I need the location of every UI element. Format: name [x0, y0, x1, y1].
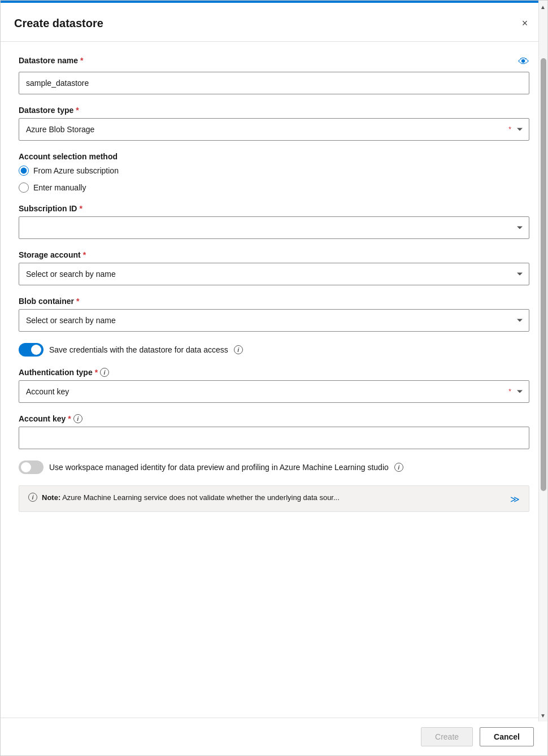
save-credentials-row: Save credentials with the datastore for …: [19, 343, 529, 357]
authentication-type-required: *: [95, 368, 98, 377]
storage-account-group: Storage account * Select or search by na…: [19, 250, 529, 285]
radio-from-azure[interactable]: From Azure subscription: [19, 166, 529, 176]
account-selection-label: Account selection method: [19, 152, 529, 161]
scrollbar-thumb[interactable]: [541, 58, 546, 491]
account-key-input[interactable]: [19, 427, 529, 449]
subscription-id-select-wrapper: [19, 216, 529, 239]
radio-enter-manually-label: Enter manually: [33, 183, 86, 192]
authentication-type-label: Authentication type * i: [19, 368, 529, 377]
scrollbar[interactable]: ▲ ▼: [538, 1, 547, 722]
datastore-name-label-row: Datastore name * 👁: [19, 55, 529, 68]
cancel-button[interactable]: Cancel: [480, 727, 534, 746]
save-credentials-label: Save credentials with the datastore for …: [49, 345, 228, 354]
account-key-label: Account key * i: [19, 414, 529, 423]
datastore-name-label: Datastore name *: [19, 56, 84, 65]
radio-enter-manually[interactable]: Enter manually: [19, 183, 529, 193]
create-datastore-dialog: Create datastore × Datastore name * 👁 Da…: [0, 0, 548, 756]
workspace-identity-info-icon[interactable]: i: [394, 463, 403, 472]
datastore-type-select[interactable]: Azure Blob Storage Azure Data Lake Stora…: [19, 118, 529, 141]
note-box: i Note: Azure Machine Learning service d…: [19, 485, 529, 512]
storage-account-select[interactable]: Select or search by name: [19, 263, 529, 285]
subscription-id-required: *: [79, 204, 82, 213]
datastore-name-input[interactable]: [19, 72, 529, 94]
radio-enter-manually-input[interactable]: [19, 183, 29, 193]
storage-account-label: Storage account *: [19, 250, 529, 259]
note-prefix: Note:: [42, 493, 60, 502]
dialog-body: Datastore name * 👁 Datastore type * Azur…: [1, 42, 547, 718]
account-key-info-icon[interactable]: i: [73, 414, 82, 423]
save-credentials-toggle[interactable]: [19, 343, 44, 357]
datastore-type-select-wrapper: Azure Blob Storage Azure Data Lake Stora…: [19, 118, 529, 141]
note-text: Note: Azure Machine Learning service doe…: [42, 493, 340, 503]
blob-container-select[interactable]: Select or search by name: [19, 309, 529, 332]
close-button[interactable]: ×: [516, 14, 534, 32]
save-credentials-info-icon[interactable]: i: [234, 345, 243, 354]
authentication-type-info-icon[interactable]: i: [100, 368, 109, 377]
subscription-id-group: Subscription ID *: [19, 204, 529, 239]
scroll-down-arrow[interactable]: ▼: [539, 711, 547, 719]
datastore-type-label: Datastore type *: [19, 106, 529, 115]
dialog-header: Create datastore ×: [1, 3, 547, 42]
authentication-type-select-wrapper: Account key SAS token Service principal …: [19, 380, 529, 403]
storage-account-select-wrapper: Select or search by name: [19, 263, 529, 285]
note-content: i Note: Azure Machine Learning service d…: [28, 493, 340, 503]
account-key-group: Account key * i: [19, 414, 529, 449]
datastore-type-required: *: [76, 106, 79, 115]
workspace-identity-row: Use workspace managed identity for data …: [19, 460, 529, 474]
authentication-type-group: Authentication type * i Account key SAS …: [19, 368, 529, 403]
blob-container-select-wrapper: Select or search by name: [19, 309, 529, 332]
blob-container-label: Blob container *: [19, 297, 529, 306]
note-body: Azure Machine Learning service does not …: [62, 493, 340, 502]
datastore-name-group: Datastore name * 👁: [19, 55, 529, 94]
datastore-type-group: Datastore type * Azure Blob Storage Azur…: [19, 106, 529, 141]
toggle-slider: [19, 343, 44, 357]
note-expand-icon[interactable]: ≫: [510, 494, 520, 505]
account-selection-method-group: Account selection method From Azure subs…: [19, 152, 529, 193]
radio-from-azure-input[interactable]: [19, 166, 29, 176]
workspace-identity-slider: [19, 460, 44, 474]
storage-account-required: *: [83, 250, 86, 259]
workspace-identity-toggle[interactable]: [19, 460, 44, 474]
blob-container-group: Blob container * Select or search by nam…: [19, 297, 529, 332]
scroll-up-arrow[interactable]: ▲: [539, 3, 547, 11]
radio-from-azure-label: From Azure subscription: [33, 166, 119, 175]
dialog-footer: Create Cancel: [1, 718, 547, 755]
create-button: Create: [421, 727, 473, 746]
note-info-icon: i: [28, 493, 37, 502]
subscription-id-label: Subscription ID *: [19, 204, 529, 213]
account-selection-radio-group: From Azure subscription Enter manually: [19, 166, 529, 193]
dialog-title: Create datastore: [14, 17, 103, 30]
blob-container-required: *: [76, 297, 79, 306]
subscription-id-select[interactable]: [19, 216, 529, 239]
datastore-name-required: *: [80, 56, 83, 65]
account-key-required: *: [68, 414, 71, 423]
workspace-identity-label: Use workspace managed identity for data …: [49, 463, 389, 472]
authentication-type-select[interactable]: Account key SAS token Service principal …: [19, 380, 529, 403]
eye-icon[interactable]: 👁: [518, 55, 529, 68]
